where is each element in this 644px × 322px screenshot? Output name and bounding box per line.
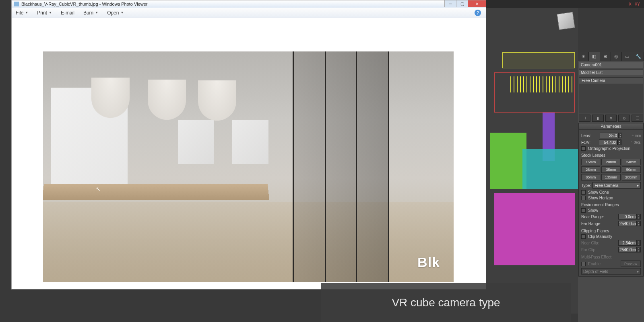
- orthographic-checkbox[interactable]: [581, 146, 586, 151]
- max-perspective-viewport[interactable]: [486, 8, 578, 314]
- email-menu[interactable]: E-mail: [61, 10, 74, 16]
- far-range-input[interactable]: [618, 221, 637, 226]
- multipass-type-dropdown[interactable]: Depth of Field▾: [581, 268, 641, 275]
- print-menu[interactable]: Print▼: [37, 10, 52, 16]
- stock-lenses-grid: 15mm 20mm 24mm 28mm 35mm 50mm 85mm 135mm…: [581, 159, 641, 180]
- clip-manually-label: Clip Manually: [588, 234, 612, 239]
- rendered-interior-image: Blk: [43, 51, 454, 282]
- burn-menu[interactable]: Burn▼: [83, 10, 98, 16]
- fov-input[interactable]: [599, 139, 617, 145]
- photo-viewer-canvas[interactable]: Blk: [12, 18, 486, 289]
- chevron-down-icon: ▼: [25, 11, 28, 14]
- lens-spinner[interactable]: ▲▼: [600, 133, 622, 138]
- open-menu[interactable]: Open▼: [107, 10, 124, 16]
- spinner-arrows[interactable]: ▲▼: [617, 139, 621, 145]
- lens-input[interactable]: [600, 133, 618, 138]
- near-range-spinner[interactable]: ▲▼: [618, 214, 641, 219]
- lens-50mm-button[interactable]: 50mm: [622, 166, 641, 173]
- viewcube[interactable]: [557, 12, 575, 30]
- spinner-arrows: ▲▼: [637, 247, 641, 252]
- maximize-button[interactable]: ▢: [456, 0, 468, 7]
- near-clip-input: [618, 240, 637, 246]
- motion-tab[interactable]: ◎: [611, 52, 622, 61]
- gizmo-x-icon[interactable]: X: [629, 2, 632, 6]
- close-button[interactable]: ✕: [468, 0, 486, 7]
- wireframe-object: [522, 149, 578, 189]
- far-clip-spinner: ▲▼: [618, 247, 641, 252]
- command-panel-tabs: ✳ ◧ ⊞ ◎ ▭ 🔧: [578, 52, 644, 61]
- modify-tab[interactable]: ◧: [589, 52, 600, 61]
- stock-lenses-label: Stock Lenses: [581, 153, 641, 158]
- near-clip-spinner: ▲▼: [618, 240, 641, 246]
- camera-type-dropdown[interactable]: Free Camera▾: [592, 182, 641, 189]
- document-icon: [14, 2, 19, 6]
- make-unique-button[interactable]: ∀: [605, 115, 617, 122]
- enable-label: Enable: [588, 262, 601, 266]
- modifier-stack[interactable]: Free Camera: [579, 77, 643, 113]
- photo-viewer-titlebar[interactable]: Blackhaus_V-Ray_CubicVR_thumb.jpg - Wind…: [12, 0, 486, 8]
- chevron-down-icon: ▼: [95, 11, 98, 14]
- command-panel: ✳ ◧ ⊞ ◎ ▭ 🔧 Camera001 Modifier List Free…: [578, 52, 644, 322]
- help-button[interactable]: ?: [475, 10, 481, 16]
- rollout-header-parameters[interactable]: Parameters: [579, 123, 643, 130]
- fov-label: FOV:: [581, 140, 590, 145]
- spinner-arrows[interactable]: ▲▼: [637, 214, 641, 219]
- lens-20mm-button[interactable]: 20mm: [601, 159, 620, 165]
- display-tab[interactable]: ▭: [622, 52, 633, 61]
- spinner-arrows[interactable]: ▲▼: [637, 221, 641, 226]
- wireframe-object: [494, 72, 575, 113]
- gizmo-xy-icon[interactable]: XY: [635, 2, 640, 6]
- caption-text: VR cube camera type: [392, 296, 500, 309]
- watermark-text: Blk: [417, 254, 440, 270]
- show-end-result-button[interactable]: ▮: [592, 115, 604, 122]
- far-range-label: Far Range:: [581, 222, 601, 226]
- spinner-arrows[interactable]: ▲▼: [618, 133, 622, 138]
- clipping-planes-label: Clipping Planes: [581, 229, 641, 233]
- env-show-checkbox[interactable]: [581, 208, 586, 213]
- remove-modifier-button[interactable]: ⊘: [618, 115, 630, 122]
- windows-photo-viewer-window: Blackhaus_V-Ray_CubicVR_thumb.jpg - Wind…: [11, 0, 486, 289]
- show-cone-checkbox[interactable]: [581, 190, 586, 195]
- far-range-spinner[interactable]: ▲▼: [618, 221, 641, 226]
- hierarchy-tab[interactable]: ⊞: [600, 52, 611, 61]
- utilities-tab[interactable]: 🔧: [633, 52, 644, 61]
- env-ranges-label: Environment Ranges: [581, 203, 641, 207]
- wireframe-object: [494, 193, 575, 265]
- minimize-button[interactable]: ─: [444, 0, 456, 7]
- fov-unit: ÷ deg.: [631, 140, 641, 144]
- file-menu[interactable]: File▼: [16, 10, 28, 16]
- type-label: Type:: [581, 183, 591, 188]
- lens-85mm-button[interactable]: 85mm: [581, 174, 600, 180]
- clip-manually-checkbox[interactable]: [581, 234, 586, 239]
- orthographic-label: Orthographic Projection: [588, 146, 630, 151]
- wireframe-scene: [486, 52, 578, 314]
- near-clip-label: Near Clip:: [581, 241, 599, 245]
- object-name-field[interactable]: Camera001: [579, 62, 643, 68]
- lens-15mm-button[interactable]: 15mm: [581, 159, 600, 165]
- wireframe-object: [502, 52, 575, 68]
- modifier-list-dropdown[interactable]: Modifier List: [579, 70, 643, 76]
- chevron-down-icon: ▼: [121, 11, 124, 14]
- lens-200mm-button[interactable]: 200mm: [622, 174, 641, 180]
- lens-28mm-button[interactable]: 28mm: [581, 166, 600, 173]
- enable-multipass-checkbox[interactable]: [581, 262, 586, 266]
- show-horizon-checkbox[interactable]: [581, 196, 586, 200]
- pin-stack-button[interactable]: ⊣: [579, 115, 590, 122]
- near-range-input[interactable]: [618, 214, 637, 219]
- multipass-label: Multi-Pass Effect:: [581, 255, 641, 259]
- create-tab[interactable]: ✳: [578, 52, 589, 61]
- env-show-label: Show: [588, 208, 598, 213]
- configure-sets-button[interactable]: ☰: [632, 115, 643, 122]
- stack-item-free-camera[interactable]: Free Camera: [579, 78, 643, 84]
- chevron-down-icon: ▾: [637, 183, 639, 188]
- lens-label: Lens:: [581, 133, 591, 138]
- preview-button: Preview: [621, 260, 641, 267]
- lens-24mm-button[interactable]: 24mm: [622, 159, 641, 165]
- chevron-down-icon: ▾: [637, 269, 639, 274]
- fov-spinner[interactable]: ▲▼: [599, 139, 621, 145]
- wireframe-object: [490, 133, 526, 189]
- spinner-arrows: ▲▼: [637, 240, 641, 246]
- lens-135mm-button[interactable]: 135mm: [601, 174, 620, 180]
- lens-35mm-button[interactable]: 35mm: [601, 166, 620, 173]
- near-range-label: Near Range:: [581, 215, 604, 219]
